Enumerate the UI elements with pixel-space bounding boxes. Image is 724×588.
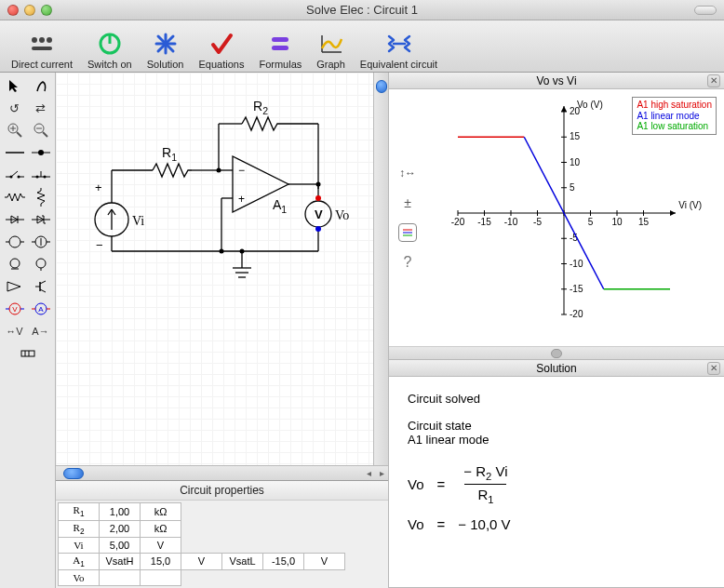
props-cell[interactable]: -15,0 [263, 553, 304, 569]
svg-text:15: 15 [638, 217, 650, 227]
props-cell[interactable] [141, 570, 181, 586]
switch-closed-tool[interactable] [30, 166, 52, 184]
circuit-canvas[interactable]: − + + − V R1 R2 A1 Vi Vo [56, 73, 373, 465]
props-cell[interactable]: 15,0 [141, 553, 181, 569]
svg-text:+: + [95, 180, 102, 194]
rotate-left-tool[interactable]: ↺ [4, 99, 26, 117]
svg-rect-10 [272, 37, 288, 42]
svg-text:10: 10 [570, 157, 581, 167]
svg-rect-57 [21, 351, 34, 356]
svg-point-29 [43, 176, 46, 179]
props-cell[interactable]: 2,00 [100, 520, 141, 537]
wire-tool[interactable] [4, 143, 26, 162]
transistor-tool[interactable] [30, 277, 52, 296]
resistor-tool[interactable] [4, 188, 26, 207]
solution-close-button[interactable]: ✕ [707, 362, 720, 375]
svg-point-84 [316, 182, 321, 187]
more-tool[interactable] [17, 344, 39, 363]
probe-tool[interactable] [30, 76, 52, 95]
graph-label: Graph [316, 59, 345, 70]
switch-on-label: Switch on [87, 59, 132, 70]
solution-line2: Circuit state [408, 419, 705, 433]
schematic-drawing: − + + − V [56, 73, 374, 352]
equivalent-circuit-button[interactable]: Equivalent circuit [355, 31, 443, 70]
titlebar-pill-button[interactable] [694, 6, 717, 15]
direct-current-icon [29, 31, 55, 57]
props-cell[interactable]: V [181, 553, 222, 569]
equations-button[interactable]: Equations [194, 31, 250, 70]
zoom-in-tool[interactable] [4, 121, 26, 140]
svg-text:-10: -10 [570, 259, 583, 269]
svg-point-2 [47, 37, 52, 43]
voltage-src-tool[interactable] [4, 233, 26, 251]
svg-point-21 [38, 150, 44, 155]
props-cell[interactable]: 1,00 [100, 503, 141, 520]
props-cell[interactable] [100, 570, 141, 586]
minimize-window-button[interactable] [24, 5, 35, 16]
svg-line-13 [17, 132, 21, 137]
svg-point-83 [217, 168, 221, 173]
toolbar: Direct current Switch on Solution Equati… [0, 20, 724, 73]
graph-help-tool[interactable]: ? [398, 253, 417, 272]
resistor-vert-tool[interactable] [30, 188, 52, 207]
switch-on-button[interactable]: Switch on [82, 31, 138, 70]
props-cell[interactable]: kΩ [141, 520, 181, 537]
graph-hscrollbar[interactable] [389, 346, 724, 359]
svg-text:V: V [12, 305, 18, 314]
voltmeter-tool[interactable]: V [4, 300, 26, 318]
tool-palette: ↺⇄ VA ↔VA→ [0, 73, 56, 588]
props-cell[interactable]: V [141, 537, 181, 553]
equation-numeric: Vo = − 10,0 V [408, 516, 705, 532]
pointer-tool[interactable] [4, 76, 26, 95]
svg-text:-20: -20 [570, 309, 583, 319]
graph-sum-tool[interactable]: ± [398, 194, 417, 212]
props-cell[interactable]: A1 [59, 553, 100, 569]
graph-axes-tool[interactable]: ↕↔ [398, 164, 417, 182]
svg-point-28 [35, 176, 38, 179]
ammeter-tool[interactable]: A [30, 300, 52, 318]
direct-current-button[interactable]: Direct current [6, 31, 78, 70]
node-tool[interactable] [30, 143, 52, 162]
zoom-out-tool[interactable] [30, 121, 52, 140]
props-cell[interactable]: VsatL [222, 553, 263, 569]
props-cell[interactable]: Vo [59, 570, 100, 586]
props-cell[interactable]: R1 [59, 503, 100, 520]
zener-tool[interactable] [30, 210, 52, 229]
props-table[interactable]: R11,00kΩR22,00kΩVi5,00VA1VsatH15,0VVsatL… [58, 502, 345, 586]
circuit-properties-panel: Circuit properties R11,00kΩR22,00kΩVi5,0… [56, 480, 388, 588]
graph-plot[interactable]: -20-15-10-551015-20-15-10-55101520Vo (V)… [426, 95, 718, 341]
props-cell[interactable]: VsatH [100, 553, 141, 569]
current-src-tool[interactable] [30, 233, 52, 251]
graph-legend-tool[interactable] [398, 223, 417, 242]
svg-rect-11 [272, 46, 288, 50]
svg-point-41 [10, 259, 20, 268]
props-cell[interactable]: 5,00 [100, 537, 141, 553]
graph-side-tools: ↕↔ ± ? [395, 95, 421, 341]
svg-point-34 [9, 236, 20, 247]
props-cell[interactable]: kΩ [141, 503, 181, 520]
props-cell[interactable]: Vi [59, 537, 100, 553]
graph-button[interactable]: Graph [311, 31, 351, 70]
switch-open-tool[interactable] [4, 166, 26, 184]
window-title: Solve Elec : Circuit 1 [0, 3, 724, 17]
formulas-button[interactable]: Formulas [253, 31, 307, 70]
diode-tool[interactable] [4, 210, 26, 229]
voltage-label-tool[interactable]: ↔V [4, 322, 26, 341]
svg-text:-10: -10 [504, 217, 518, 227]
props-cell[interactable]: R2 [59, 520, 100, 537]
equiv-icon [385, 31, 411, 57]
swap-tool[interactable]: ⇄ [30, 99, 52, 117]
a1-label: A1 [273, 197, 287, 215]
solution-button[interactable]: Solution [141, 31, 190, 70]
ground-tool[interactable] [4, 255, 26, 274]
canvas-hscrollbar[interactable]: ◂▸ [56, 465, 388, 480]
canvas-vscrollbar[interactable] [373, 73, 388, 465]
power-icon [97, 31, 123, 57]
zoom-window-button[interactable] [41, 5, 52, 16]
props-cell[interactable]: V [304, 553, 345, 569]
opamp-tool[interactable] [4, 277, 26, 296]
current-label-tool[interactable]: A→ [30, 322, 52, 341]
ground2-tool[interactable] [30, 255, 52, 274]
close-window-button[interactable] [7, 5, 19, 16]
graph-close-button[interactable]: ✕ [707, 74, 720, 87]
